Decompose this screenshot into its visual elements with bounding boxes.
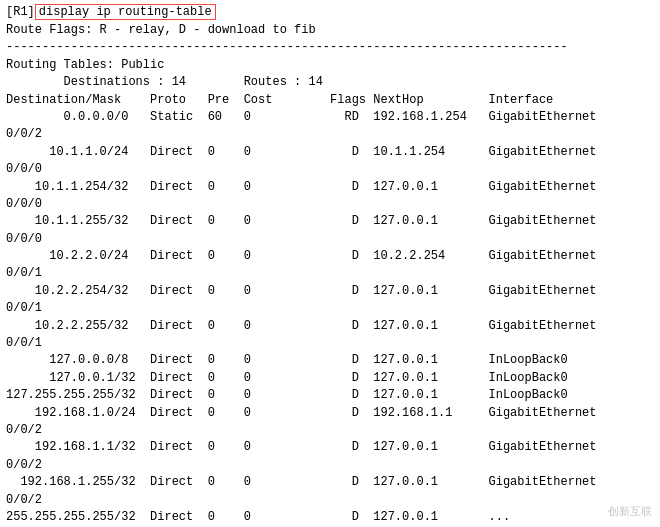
output-line: 127.0.0.0/8 Direct 0 0 D 127.0.0.1 InLoo… (6, 352, 654, 369)
output-line: 127.255.255.255/32 Direct 0 0 D 127.0.0.… (6, 387, 654, 404)
output-line: Destination/Mask Proto Pre Cost Flags Ne… (6, 92, 654, 109)
output-line: 0/0/0 (6, 231, 654, 248)
output-line: Routing Tables: Public (6, 57, 654, 74)
output-line: 10.1.1.254/32 Direct 0 0 D 127.0.0.1 Gig… (6, 179, 654, 196)
output-line: 10.2.2.255/32 Direct 0 0 D 127.0.0.1 Gig… (6, 318, 654, 335)
command-text: display ip routing-table (35, 4, 216, 20)
output-line: Route Flags: R - relay, D - download to … (6, 22, 654, 39)
output-line: 0/0/1 (6, 335, 654, 352)
output-line: 0/0/1 (6, 300, 654, 317)
output-line: 10.2.2.254/32 Direct 0 0 D 127.0.0.1 Gig… (6, 283, 654, 300)
output-line: ----------------------------------------… (6, 39, 654, 56)
output-line: 0/0/2 (6, 422, 654, 439)
output-line: 192.168.1.0/24 Direct 0 0 D 192.168.1.1 … (6, 405, 654, 422)
output-line: 0/0/2 (6, 126, 654, 143)
output-line: 10.1.1.0/24 Direct 0 0 D 10.1.1.254 Giga… (6, 144, 654, 161)
watermark: 创新互联 (608, 504, 652, 519)
output-line: Destinations : 14 Routes : 14 (6, 74, 654, 91)
output-line: 0.0.0.0/0 Static 60 0 RD 192.168.1.254 G… (6, 109, 654, 126)
output-container: Route Flags: R - relay, D - download to … (6, 22, 654, 526)
output-line: 127.0.0.1/32 Direct 0 0 D 127.0.0.1 InLo… (6, 370, 654, 387)
output-line: 0/0/1 (6, 265, 654, 282)
command-line: [R1] display ip routing-table (6, 4, 654, 20)
output-line: 192.168.1.1/32 Direct 0 0 D 127.0.0.1 Gi… (6, 439, 654, 456)
prompt: [R1] (6, 5, 35, 19)
output-line: 0/0/0 (6, 161, 654, 178)
output-line: 10.2.2.0/24 Direct 0 0 D 10.2.2.254 Giga… (6, 248, 654, 265)
terminal-window: [R1] display ip routing-table Route Flag… (0, 0, 660, 527)
output-line: 10.1.1.255/32 Direct 0 0 D 127.0.0.1 Gig… (6, 213, 654, 230)
output-line: 192.168.1.255/32 Direct 0 0 D 127.0.0.1 … (6, 474, 654, 491)
output-line: 255.255.255.255/32 Direct 0 0 D 127.0.0.… (6, 509, 654, 526)
output-line: 0/0/0 (6, 196, 654, 213)
output-line: 0/0/2 (6, 492, 654, 509)
output-line: 0/0/2 (6, 457, 654, 474)
